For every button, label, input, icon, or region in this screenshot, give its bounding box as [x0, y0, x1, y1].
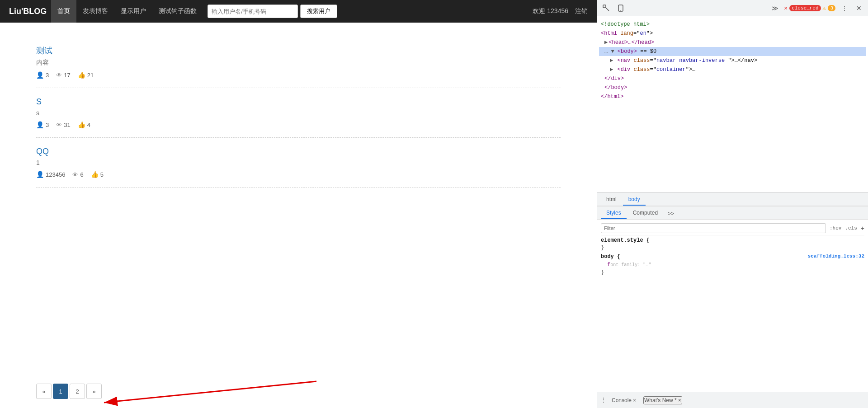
thumb-icon-3 — [91, 171, 99, 178]
styles-panel: :hov .cls + element.style { } body { sca… — [597, 220, 868, 392]
nav-item-users[interactable]: 显示用户 — [114, 0, 152, 23]
page-next[interactable]: » — [86, 384, 102, 399]
post-author-2: 3 — [36, 121, 49, 128]
search-input[interactable] — [208, 5, 298, 18]
nav-item-home[interactable]: 首页 — [51, 0, 76, 23]
error-count-badge: close_red — [789, 5, 821, 11]
devtools-console-bar: ⋮ Console × What's New * × — [597, 392, 868, 408]
navbar: Liu'BLOG 首页 发表博客 显示用户 测试钩子函数 搜索用户 欢迎 123… — [0, 0, 597, 23]
post-title-2[interactable]: S — [36, 97, 561, 107]
container-triangle-icon: ▶ — [610, 66, 613, 73]
style-block-body: body { scaffolding.less:32 font-family: … — [601, 253, 864, 276]
tab-body[interactable]: body — [623, 194, 646, 206]
devtools-style-tabs: Styles Computed >> — [597, 206, 868, 220]
eye-icon-3 — [72, 171, 78, 178]
main-area: Liu'BLOG 首页 发表博客 显示用户 测试钩子函数 搜索用户 欢迎 123… — [0, 0, 597, 408]
kebab-menu-icon[interactable]: ⋮ — [839, 3, 850, 14]
post-views-1: 17 — [56, 72, 70, 79]
devtools-toolbar: ≫ ✕ close_red ⚠ 3 ⋮ ✕ — [597, 0, 868, 16]
styles-filter-row: :hov .cls + — [601, 221, 864, 235]
dom-viewer: <!doctype html> <html lang="en"> ▶<head>… — [597, 16, 868, 192]
styles-hov-badge[interactable]: :hov — [830, 225, 841, 231]
whatsnew-button[interactable]: What's New * × — [643, 396, 682, 404]
post-likes-1: 21 — [78, 71, 94, 79]
post-likes-3: 5 — [91, 171, 104, 178]
eye-icon-2 — [56, 122, 62, 128]
post-meta-3: 123456 6 5 — [36, 171, 561, 178]
user-icon-3 — [36, 171, 44, 178]
inspect-icon[interactable] — [601, 3, 612, 14]
welcome-text: 欢迎 123456 — [533, 7, 568, 15]
styles-cls-badge[interactable]: .cls — [845, 225, 857, 231]
post-meta-1: 3 17 21 — [36, 71, 561, 79]
svg-line-1 — [104, 381, 316, 403]
console-close-icon[interactable]: × — [633, 397, 636, 403]
style-block-element: element.style { } — [601, 237, 864, 251]
dom-line-doctype[interactable]: <!doctype html> — [599, 20, 866, 29]
tab-computed[interactable]: Computed — [627, 207, 663, 219]
mobile-icon[interactable] — [615, 3, 626, 14]
style-selector-element: element.style { — [601, 237, 864, 244]
nav-item-publish[interactable]: 发表博客 — [76, 0, 114, 23]
post-content-1: 内容 — [36, 59, 561, 67]
search-button[interactable]: 搜索用户 — [300, 5, 337, 18]
triangle-icon: ▶ — [604, 39, 608, 46]
dom-line-html[interactable]: <html lang="en"> — [599, 29, 866, 38]
page-1[interactable]: 1 — [53, 384, 68, 399]
page-prev[interactable]: « — [36, 384, 52, 399]
red-arrow-icon — [90, 379, 326, 406]
style-brace-close-body: } — [601, 269, 864, 276]
eye-icon-1 — [56, 72, 62, 79]
blog-post-3: QQ 1 123456 6 5 — [36, 138, 561, 188]
logout-button[interactable]: 注销 — [575, 7, 588, 15]
dom-line-nav[interactable]: ▶ <nav class="navbar navbar-inverse ">…<… — [599, 56, 866, 65]
post-meta-2: 3 31 4 — [36, 121, 561, 128]
tab-styles[interactable]: Styles — [601, 207, 627, 219]
thumb-icon-1 — [78, 71, 85, 79]
nav-search: 搜索用户 — [208, 5, 337, 18]
dom-line-body-close[interactable]: </body> — [599, 83, 866, 92]
console-button[interactable]: Console × — [612, 397, 636, 403]
post-views-3: 6 — [72, 171, 83, 178]
tab-html[interactable]: html — [601, 194, 622, 206]
post-title-3[interactable]: QQ — [36, 147, 561, 156]
dom-line-head[interactable]: ▶<head>…</head> — [599, 38, 866, 47]
whatsnew-close-icon[interactable]: × — [678, 397, 681, 403]
dom-line-div-close[interactable]: </div> — [599, 74, 866, 83]
nav-triangle-icon: ▶ — [610, 57, 613, 64]
nav-item-hooks[interactable]: 测试钩子函数 — [152, 0, 203, 23]
nav-right: 欢迎 123456 注销 — [533, 7, 588, 15]
dom-line-html-close[interactable]: </html> — [599, 92, 866, 101]
navbar-brand[interactable]: Liu'BLOG — [9, 7, 47, 16]
user-icon-2 — [36, 121, 44, 128]
post-author-3: 123456 — [36, 171, 65, 178]
style-prop-font: font-family: "…" — [601, 261, 864, 269]
post-author-1: 3 — [36, 71, 49, 79]
style-source-scaffolding[interactable]: scaffolding.less:32 — [808, 253, 864, 259]
dom-line-body[interactable]: … ▼ <body> == $0 — [599, 47, 866, 56]
devtools-panel: ≫ ✕ close_red ⚠ 3 ⋮ ✕ <!doctype html> <h… — [597, 0, 868, 408]
pagination: « 1 2 » — [0, 375, 597, 408]
user-icon-1 — [36, 71, 44, 79]
devtools-breadcrumb-tabs: html body — [597, 192, 868, 206]
post-title-1[interactable]: 测试 — [36, 45, 561, 56]
post-content-2: s — [36, 109, 561, 117]
warning-count-badge: 3 — [828, 5, 835, 11]
red-arrow-container — [90, 379, 326, 408]
svg-point-5 — [620, 10, 621, 11]
page-2[interactable]: 2 — [70, 384, 85, 399]
svg-rect-2 — [603, 5, 606, 8]
style-selector-body: body { scaffolding.less:32 — [601, 253, 864, 260]
svg-line-3 — [606, 8, 609, 11]
styles-more-icon[interactable]: >> — [664, 208, 678, 219]
post-likes-2: 4 — [78, 121, 90, 128]
console-menu-icon: ⋮ — [601, 397, 606, 403]
thumb-icon-2 — [78, 121, 85, 128]
blog-post-2: S s 3 31 4 — [36, 88, 561, 138]
dom-line-container[interactable]: ▶ <div class="container">… — [599, 65, 866, 74]
close-devtools-icon[interactable]: ✕ — [854, 3, 864, 14]
blog-content: 测试 内容 3 17 21 S s — [0, 23, 597, 375]
more-tools-icon[interactable]: ≫ — [769, 3, 780, 14]
styles-filter-input[interactable] — [601, 223, 826, 233]
styles-add-button[interactable]: + — [861, 225, 864, 232]
